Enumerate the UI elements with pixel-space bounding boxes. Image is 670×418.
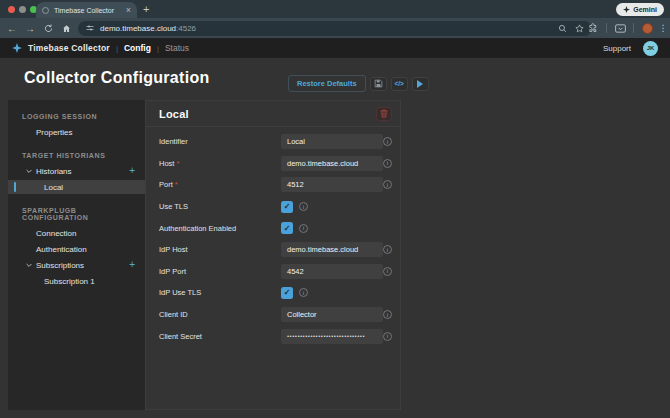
restore-defaults-button[interactable]: Restore Defaults <box>288 75 366 92</box>
sidebar-item-historians[interactable]: Historians+ <box>8 164 145 178</box>
form-row-idp-use-tls: IdP Use TLS <box>146 282 400 304</box>
sidebar-item-label: Authentication <box>36 245 87 254</box>
sidebar-section-header: LOGGING SESSION <box>22 113 133 120</box>
add-item-button[interactable]: + <box>129 260 135 270</box>
back-icon[interactable]: ← <box>4 18 20 38</box>
address-bar[interactable]: demo.timebase.cloud:4526 <box>78 21 592 36</box>
tab-search-icon[interactable] <box>611 18 629 38</box>
sidebar-nav: LOGGING SESSIONPropertiesTARGET HISTORIA… <box>8 100 145 410</box>
url-port: :4526 <box>176 24 196 33</box>
sidebar-item-connection[interactable]: Connection <box>8 226 145 240</box>
nav-separator: | <box>157 44 159 53</box>
panel-title: Local <box>159 108 189 120</box>
sidebar-item-properties[interactable]: Properties <box>8 125 145 139</box>
nav-config[interactable]: Config <box>124 43 151 53</box>
extensions-icon[interactable] <box>584 18 602 38</box>
bookmark-star-icon[interactable] <box>575 24 584 33</box>
idp-use-tls-checkbox[interactable] <box>281 287 293 299</box>
idp-host-input[interactable]: demo.timebase.cloud <box>281 242 383 257</box>
info-icon[interactable] <box>299 202 308 211</box>
info-icon[interactable] <box>299 224 308 233</box>
authentication-enabled-checkbox[interactable] <box>281 222 293 234</box>
add-item-button[interactable]: + <box>129 166 135 176</box>
site-info-icon[interactable] <box>86 24 94 32</box>
app-header: Timebase Collector | Config | Status Sup… <box>0 38 670 58</box>
browser-menu-icon[interactable]: ⋮ <box>656 18 670 38</box>
info-icon[interactable] <box>383 159 392 168</box>
sidebar-item-label: Connection <box>36 229 76 238</box>
forward-icon[interactable]: → <box>22 18 38 38</box>
chevron-down-icon[interactable] <box>26 263 32 268</box>
reload-icon[interactable] <box>40 18 56 38</box>
info-icon[interactable] <box>383 137 392 146</box>
form-row-client-id: Client IDCollector <box>146 304 400 326</box>
user-avatar[interactable]: JK <box>643 41 658 56</box>
use-tls-checkbox[interactable] <box>281 201 293 213</box>
info-icon[interactable] <box>383 245 392 254</box>
home-icon[interactable] <box>58 18 74 38</box>
required-asterisk: * <box>175 180 178 189</box>
app-logo-icon <box>12 43 22 53</box>
selected-indicator <box>14 182 16 192</box>
url-host: demo.timebase.cloud <box>100 24 176 33</box>
tab-close-icon[interactable]: × <box>126 6 131 15</box>
form-row-idp-port: IdP Port4542 <box>146 261 400 283</box>
info-icon[interactable] <box>383 267 392 276</box>
support-link[interactable]: Support <box>603 44 631 53</box>
profile-avatar-icon[interactable] <box>638 18 656 38</box>
brand-title: Timebase Collector <box>28 43 110 53</box>
minimize-window-button[interactable] <box>19 6 26 13</box>
code-view-button[interactable]: </> <box>391 77 408 91</box>
form-row-client-secret: Client Secret•••••••••••••••••••••••••••… <box>146 325 400 347</box>
trash-icon <box>380 109 388 118</box>
idp-port-input[interactable]: 4542 <box>281 264 383 279</box>
screen: Timebase Collector × + Gemini ← → demo.t… <box>0 0 670 418</box>
field-label: Host* <box>159 159 281 168</box>
nav-status[interactable]: Status <box>165 43 189 53</box>
form-panel: Local IdentifierLocalHost*demo.timebase.… <box>145 100 401 410</box>
sidebar-item-subscription-1[interactable]: Subscription 1 <box>8 274 145 288</box>
browser-tab[interactable]: Timebase Collector × <box>36 2 137 18</box>
sidebar-section-header: SPARKPLUGB CONFIGURATION <box>22 207 133 221</box>
info-icon[interactable] <box>383 310 392 319</box>
identifier-input[interactable]: Local <box>281 134 383 149</box>
close-window-button[interactable] <box>8 6 15 13</box>
delete-button[interactable] <box>376 107 392 121</box>
info-icon[interactable] <box>383 180 392 189</box>
gemini-label: Gemini <box>633 6 657 13</box>
form-row-authentication-enabled: Authentication Enabled <box>146 217 400 239</box>
sidebar-item-authentication[interactable]: Authentication <box>8 242 145 256</box>
host-input[interactable]: demo.timebase.cloud <box>281 156 383 171</box>
info-icon[interactable] <box>383 332 392 341</box>
page-actions: Restore Defaults </> <box>288 75 429 92</box>
browser-toolbar: ← → demo.timebase.cloud:4526 ⋮ <box>0 18 670 38</box>
client-secret-input[interactable]: •••••••••••••••••••••••••••••• <box>281 329 383 344</box>
code-icon: </> <box>394 80 403 87</box>
field-label: Use TLS <box>159 202 281 211</box>
page-title: Collector Configuration <box>24 69 210 87</box>
sidebar-item-label: Historians <box>36 167 72 176</box>
port-input[interactable]: 4512 <box>281 177 383 192</box>
gemini-button[interactable]: Gemini <box>616 3 664 16</box>
save-button[interactable] <box>370 77 387 91</box>
sparkle-icon <box>623 6 630 13</box>
tab-favicon-icon <box>42 7 49 14</box>
info-icon[interactable] <box>299 288 308 297</box>
chevron-down-icon[interactable] <box>26 169 32 174</box>
page: Collector Configuration Restore Defaults… <box>0 58 670 418</box>
run-button[interactable] <box>412 77 429 91</box>
sidebar-item-subscriptions[interactable]: Subscriptions+ <box>8 258 145 272</box>
tab-title: Timebase Collector <box>54 7 122 14</box>
client-id-input[interactable]: Collector <box>281 307 383 322</box>
panel-header: Local <box>146 101 400 127</box>
field-label: Client ID <box>159 310 281 319</box>
new-tab-button[interactable]: + <box>143 3 149 16</box>
sidebar-item-label: Subscriptions <box>36 261 84 270</box>
sidebar-item-local[interactable]: Local <box>8 180 145 194</box>
field-label: Port* <box>159 180 281 189</box>
field-label: Client Secret <box>159 332 281 341</box>
sidebar-section-header: TARGET HISTORIANS <box>22 152 133 159</box>
form-row-port: Port*4512 <box>146 174 400 196</box>
zoom-icon[interactable] <box>558 24 567 33</box>
browser-tab-strip: Timebase Collector × + Gemini <box>0 0 670 18</box>
